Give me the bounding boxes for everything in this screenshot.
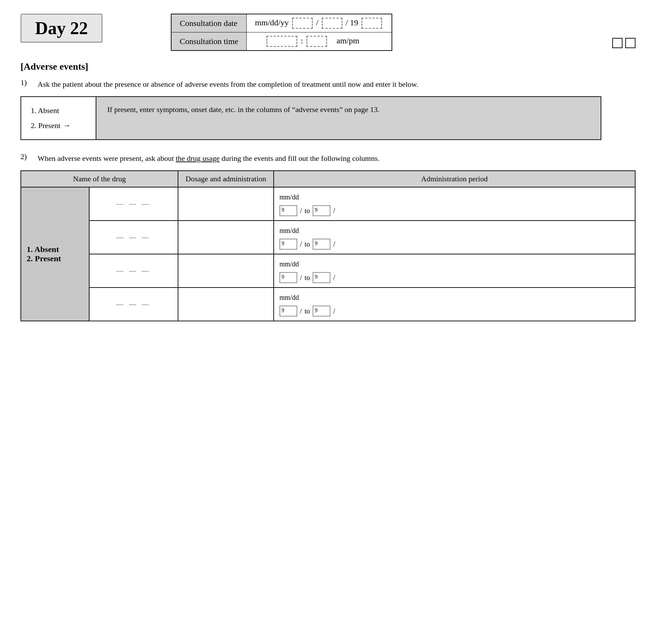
item2-text2: during the events and fill out the follo… [221,154,380,163]
start-year-2[interactable]: 9 [279,239,297,250]
item2-underline: the drug usage [176,154,219,163]
adverse-events-section: [Adverse events] 1) Ask the patient abou… [20,61,636,321]
slash-1a: / [300,205,302,217]
col2-header: Dosage and administration [178,171,274,187]
slash-1b: / [333,205,335,217]
date-slash2: / [346,18,348,27]
item1-num: 1) [20,78,38,87]
checkbox-top-2[interactable] [625,38,636,48]
slash-3b: / [333,271,335,284]
time-input-min[interactable] [306,36,327,47]
row-label: 1. Absent2. Present [27,245,61,263]
slash-4b: / [333,305,335,317]
admin-period-2: mm/dd 9 / to 9 / [274,221,635,254]
table-row: — — — mm/dd 9 / to 9 / [21,221,635,254]
table-row: — — — mm/dd 9 / to 9 / [21,288,635,321]
absent-present-box: 1. Absent 2. Present → If present, enter… [20,96,601,140]
time-separator: : [301,36,303,45]
to-label-2: to [305,238,310,250]
present-instruction: If present, enter symptoms, onset date, … [107,105,380,114]
present-arrow-row: 2. Present → [31,118,86,133]
admin-period-1: mm/dd 9 / to 9 / [274,187,635,221]
dosage-input-2[interactable] [178,221,274,254]
start-year-3[interactable]: 9 [279,272,297,283]
table-row: — — — mm/dd 9 / to 9 / [21,254,635,288]
date-input-yy[interactable] [361,18,382,29]
mm-dd-label-3: mm/dd [279,258,629,270]
end-year-2[interactable]: 9 [313,239,330,250]
consultation-table: Consultation date mm/dd/yy / / 19 Consul… [171,14,392,51]
item2-text: When adverse events were present, ask ab… [38,154,174,163]
slash-2b: / [333,238,335,250]
consultation-date-label: Consultation date [171,14,247,32]
date-input-dd[interactable] [322,18,342,29]
adverse-events-title: [Adverse events] [20,61,636,72]
drug-name-input-4[interactable]: — — — [89,288,178,321]
slash-4a: / [300,305,302,317]
consultation-time-label: Consultation time [171,32,247,51]
admin-period-3: mm/dd 9 / to 9 / [274,254,635,288]
drug-table: Name of the drug Dosage and administrati… [20,170,636,321]
drug-name-input-3[interactable]: — — — [89,254,178,288]
start-year-4[interactable]: 9 [279,306,297,317]
item1: 1) Ask the patient about the presence or… [20,78,636,90]
date-input-mm[interactable] [292,18,313,29]
drug-name-input-2[interactable]: — — — [89,221,178,254]
to-label-4: to [305,305,310,317]
time-input-hour[interactable] [266,36,297,47]
absent-present-right: If present, enter symptoms, onset date, … [96,97,601,139]
admin-period-4: mm/dd 9 / to 9 / [274,288,635,321]
mm-dd-label-2: mm/dd [279,224,629,237]
end-year-3[interactable]: 9 [313,272,330,283]
item2: 2) When adverse events were present, ask… [20,152,636,164]
slash-2a: / [300,238,302,250]
mm-dd-label-1: mm/dd [279,191,629,203]
end-year-4[interactable]: 9 [313,306,330,317]
drug-name-input-1[interactable]: — — — [89,187,178,221]
col1-header: Name of the drug [21,171,178,187]
item2-num: 2) [20,152,38,161]
to-label-3: to [305,271,310,284]
time-ampm: am/pm [337,36,359,45]
arrow-icon: → [63,118,71,133]
date-slash1: / [316,18,318,27]
to-label-1: to [305,205,310,217]
absent-present-left: 1. Absent 2. Present → [21,97,96,139]
item1-text: Ask the patient about the presence or ab… [38,78,636,90]
table-row: 1. Absent2. Present — — — mm/dd 9 / to 9 [21,187,635,221]
end-year-1[interactable]: 9 [313,205,330,216]
consultation-date-value: mm/dd/yy / / 19 [247,14,392,32]
absent-label: 1. Absent [31,103,86,118]
dosage-input-4[interactable] [178,288,274,321]
mm-dd-label-4: mm/dd [279,291,629,304]
date-year-prefix: 19 [350,18,358,27]
day-label: Day 22 [20,14,102,43]
header-row: Day 22 Consultation date mm/dd/yy / / 19… [20,14,636,51]
dosage-input-3[interactable] [178,254,274,288]
col3-header: Administration period [274,171,635,187]
checkbox-top-1[interactable] [612,38,623,48]
dosage-input-1[interactable] [178,187,274,221]
present-label: 2. Present [31,118,60,133]
consultation-time-value: : am/pm [247,32,392,51]
slash-3a: / [300,271,302,284]
date-format-label: mm/dd/yy [255,18,289,27]
start-year-1[interactable]: 9 [279,205,297,216]
item2-content: When adverse events were present, ask ab… [38,152,636,164]
